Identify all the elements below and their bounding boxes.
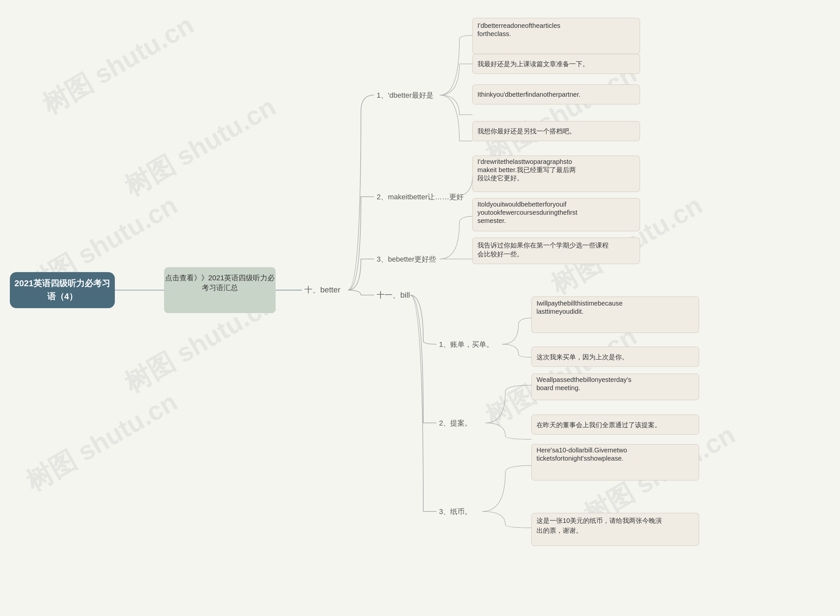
bill1-leaf1-en2: lasttimeyoudidit. [537, 308, 583, 315]
root-label-2: 语（4） [47, 292, 78, 301]
b1-leaf3-en: Ithinkyou'dbetterfindanotherpartner. [477, 91, 580, 98]
b3-leaf1-en: Itoldyouitwouldbebetterforyouif [477, 201, 567, 208]
b2-leaf1-en3: 段以使它更好。 [477, 175, 523, 182]
bill-label: 十一、bill [377, 290, 410, 299]
bill3-label: 3、纸币。 [439, 507, 472, 516]
bill1-leaf1-en: Iwillpaythebillthistimebecause [537, 300, 622, 307]
b1-leaf1-en: I'dbetterreadoneofthearticles [477, 22, 560, 29]
bill3-leaf2-zh: 这是一张10美元的纸币，请给我两张今晚演 [537, 517, 662, 524]
bill2-leaf2-zh: 在昨天的董事会上我们全票通过了该提案。 [537, 421, 661, 428]
b3-leaf1-en2: youtookfewercoursesduringthefirst [477, 209, 578, 216]
b3-leaf2-zh2: 会比较好一些。 [477, 251, 523, 258]
level1-label-2: 考习语汇总 [202, 284, 238, 292]
root-label-1: 2021英语四级听力必考习 [15, 278, 110, 288]
bill2-leaf1-en2: board meeting. [537, 384, 580, 392]
bill3-leaf2-zh2: 出的票，谢谢。 [537, 527, 583, 534]
b3-label: 3、bebetter更好些 [377, 255, 436, 263]
b1-label: 1、'dbetter最好是 [377, 91, 434, 99]
level1-label-1: 点击查看》》2021英语四级听力必 [165, 274, 275, 282]
b1-leaf2-zh: 我最好还是为上课读篇文章准备一下。 [477, 60, 589, 67]
b3-leaf1-en3: semester. [477, 217, 506, 224]
bill3-leaf1-en2: ticketsfortonight'sshowplease. [537, 455, 624, 462]
b2-leaf1-en2: makeit better.我已经重写了最后两 [477, 166, 576, 173]
b1-leaf1-en2: fortheclass. [477, 30, 511, 37]
b3-leaf2-zh: 我告诉过你如果你在第一个学期少选一些课程 [477, 242, 609, 249]
bill2-leaf1-en: Weallpassedthebillonyesterday's [537, 376, 631, 383]
better-label: 十、better [305, 285, 340, 294]
bill1-label: 1、账单，买单。 [439, 340, 493, 349]
root-node [10, 272, 115, 308]
bill2-label: 2、提案。 [439, 419, 472, 427]
b1-leaf4-zh: 我想你最好还是另找一个搭档吧。 [477, 128, 576, 135]
b2-leaf1-en: I'drewritethelasttwoparagraphsto [477, 158, 572, 165]
bill1-leaf2-zh: 这次我来买单，因为上次是你。 [537, 353, 628, 361]
b2-label: 2、makeitbetter让……更好 [377, 193, 463, 201]
bill3-leaf1-en: Here'sa10-dollarbill.Givemetwo [537, 446, 627, 454]
